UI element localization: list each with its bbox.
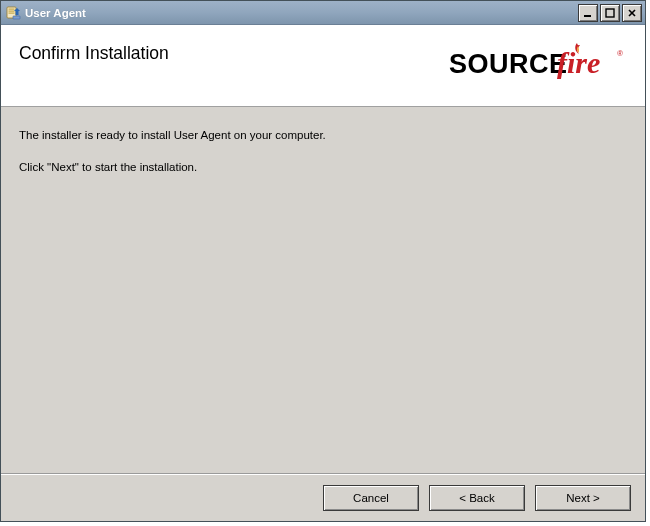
maximize-button[interactable] [600, 4, 620, 22]
page-title: Confirm Installation [19, 39, 169, 64]
window-controls [578, 4, 645, 22]
titlebar: User Agent [1, 1, 645, 25]
back-button[interactable]: < Back [429, 485, 525, 511]
svg-rect-5 [13, 16, 20, 19]
svg-text:®: ® [617, 49, 623, 58]
installer-icon [5, 5, 21, 21]
svg-rect-6 [584, 15, 591, 17]
svg-rect-2 [9, 10, 15, 11]
minimize-button[interactable] [578, 4, 598, 22]
window-title: User Agent [25, 7, 578, 19]
next-button[interactable]: Next > [535, 485, 631, 511]
installer-window: User Agent Confirm Installation SOURCE [0, 0, 646, 522]
sourcefire-logo: SOURCE fire ® [449, 39, 627, 89]
body-text-line-1: The installer is ready to install User A… [19, 127, 627, 145]
svg-rect-3 [9, 12, 15, 13]
body-text-line-2: Click "Next" to start the installation. [19, 159, 627, 177]
svg-rect-1 [9, 8, 15, 9]
svg-rect-4 [16, 11, 19, 15]
svg-rect-7 [606, 9, 614, 17]
wizard-footer: Cancel < Back Next > [1, 474, 645, 521]
cancel-button[interactable]: Cancel [323, 485, 419, 511]
wizard-header: Confirm Installation SOURCE fire ® [1, 25, 645, 107]
wizard-body: The installer is ready to install User A… [1, 107, 645, 474]
svg-text:SOURCE: SOURCE [449, 49, 568, 79]
close-button[interactable] [622, 4, 642, 22]
